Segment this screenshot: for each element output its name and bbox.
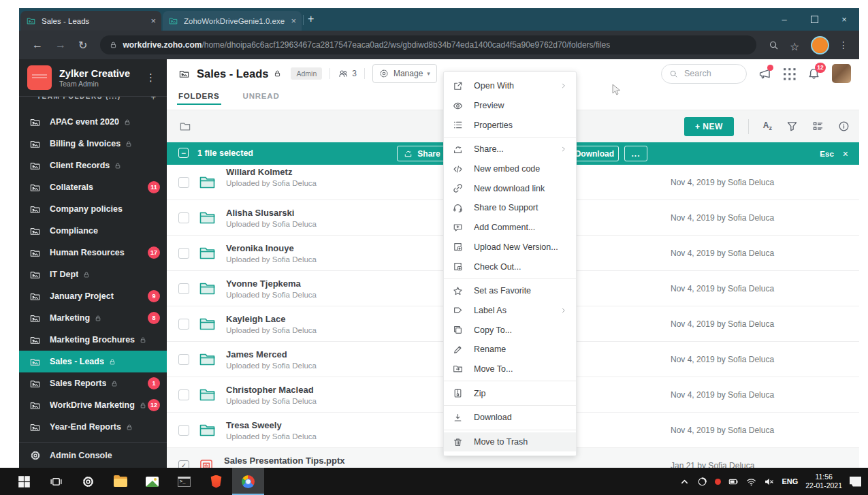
sidebar-folder-item[interactable]: Client Records (19, 155, 167, 176)
file-name[interactable]: Tresa Sweely (226, 420, 317, 430)
notifications-bell-icon[interactable]: 12 (807, 67, 820, 80)
file-name[interactable]: James Merced (226, 349, 317, 360)
list-view-icon[interactable] (812, 121, 824, 132)
browser-menu-icon[interactable]: ⋮ (839, 39, 848, 50)
file-name[interactable]: Christopher Maclead (226, 385, 317, 395)
row-checkbox[interactable] (178, 319, 189, 330)
context-menu-item[interactable]: Set as Favorite (444, 281, 576, 301)
wifi-icon[interactable] (746, 477, 756, 487)
file-name[interactable]: Alisha Slusarski (226, 208, 317, 218)
browser-tab-sales-leads[interactable]: Sales - Leads × (20, 11, 161, 31)
chrome-browser-button[interactable] (232, 468, 264, 495)
recording-dot-icon[interactable] (715, 479, 721, 485)
terminal-button[interactable]: >_ (168, 468, 200, 495)
apps-grid-icon[interactable] (783, 67, 796, 80)
language-indicator[interactable]: ENG (782, 477, 798, 485)
row-checkbox[interactable] (178, 425, 189, 436)
context-menu-item[interactable]: Preview (444, 96, 576, 116)
context-menu-item[interactable]: Move to Trash (444, 432, 576, 452)
row-checkbox[interactable] (178, 212, 189, 223)
file-explorer-button[interactable] (104, 468, 136, 495)
row-checkbox[interactable] (178, 389, 189, 400)
info-icon[interactable] (838, 121, 850, 132)
team-menu-icon[interactable]: ⋮ (143, 71, 159, 84)
close-button[interactable]: × (829, 8, 859, 31)
action-center-icon[interactable] (850, 477, 861, 487)
user-avatar[interactable] (832, 64, 851, 83)
sidebar-folder-item[interactable]: Year-End Reports (19, 416, 167, 438)
sidebar-folder-item[interactable]: Sales - Leads (19, 351, 167, 372)
sidebar-folder-item[interactable]: Marketing 8 (19, 307, 167, 329)
task-view-button[interactable] (40, 468, 72, 495)
sidebar-folder-item[interactable]: WorkDrive Marketing 12 (19, 394, 167, 416)
sort-az-icon[interactable]: Az (763, 121, 772, 131)
breadcrumb-folder-icon[interactable] (178, 121, 192, 132)
sidebar-item-admin-console[interactable]: Admin Console (19, 442, 167, 468)
row-checkbox[interactable] (178, 248, 189, 259)
context-menu-item[interactable]: Check Out... (444, 257, 576, 276)
close-selection-icon[interactable]: × (843, 148, 848, 159)
file-name[interactable]: Willard Kolmetz (226, 167, 317, 177)
sidebar-folder-item[interactable]: Compliance (19, 220, 167, 242)
settings-button[interactable] (72, 468, 104, 495)
context-menu-item[interactable]: Download (444, 408, 576, 428)
context-menu-item[interactable]: Share to Support (444, 198, 576, 218)
more-actions-button[interactable]: ... (624, 146, 647, 161)
browser-tab-genie[interactable]: ZohoWorkDriveGenie1.0.exe - Zo × (163, 11, 302, 31)
sidebar-folder-item[interactable]: Marketing Brochures (19, 329, 167, 351)
restore-button[interactable] (799, 8, 829, 31)
back-icon[interactable]: ← (32, 39, 43, 51)
reload-icon[interactable]: ↻ (78, 39, 87, 52)
context-menu-item[interactable]: Move To... (444, 360, 576, 379)
row-checkbox[interactable] (178, 354, 189, 365)
context-menu-item[interactable]: Zip (444, 383, 576, 403)
volume-muted-icon[interactable] (764, 477, 774, 487)
bookmark-star-icon[interactable]: ☆ (790, 40, 800, 50)
image-editor-button[interactable] (136, 468, 168, 495)
context-menu-item[interactable]: Properties (444, 115, 576, 135)
sidebar-folder-item[interactable]: IT Dept (19, 264, 167, 285)
file-name[interactable]: Kayleigh Lace (226, 314, 317, 324)
battery-icon[interactable] (728, 477, 739, 487)
share-button[interactable]: Share (397, 146, 447, 161)
tray-chevron-icon[interactable] (679, 477, 690, 487)
context-menu-item[interactable]: Open With (444, 76, 576, 96)
context-menu-item[interactable]: New embed code (444, 159, 576, 179)
file-name[interactable]: Yvonne Tjepkema (226, 278, 317, 289)
tab-folders[interactable]: FOLDERS (178, 88, 220, 100)
search-box[interactable] (661, 64, 747, 84)
sidebar-folder-item[interactable]: Sales Reports 1 (19, 372, 167, 394)
context-menu-item[interactable]: Add Comment... (444, 218, 576, 238)
tab-unread[interactable]: UNREAD (243, 88, 280, 100)
members-icon[interactable] (338, 69, 349, 78)
tab-close-icon[interactable]: × (150, 16, 156, 26)
filter-funnel-icon[interactable] (786, 121, 798, 132)
address-bar[interactable]: workdrive.zoho.com/home/dhoipa6c6acf1296… (100, 35, 756, 54)
sidebar-folder-item[interactable]: Billing & Invoices (19, 133, 167, 155)
new-tab-button[interactable]: + (308, 14, 314, 25)
forward-icon[interactable]: → (55, 39, 66, 51)
context-menu-item[interactable]: Label As (444, 301, 576, 321)
sidebar-folder-item[interactable]: Human Resources 17 (19, 242, 167, 264)
row-checkbox[interactable] (178, 177, 189, 188)
browser-profile-avatar[interactable] (811, 36, 829, 54)
sidebar-folder-item[interactable]: APAC event 2020 (19, 111, 167, 133)
members-count[interactable]: 3 (352, 69, 357, 78)
context-menu-item[interactable]: Upload New Version... (444, 238, 576, 257)
manage-button[interactable]: Manage ▾ (372, 64, 437, 83)
file-name[interactable]: Veronika Inouye (226, 243, 317, 253)
team-header[interactable]: Zylker Creative Team Admin ⋮ (19, 59, 167, 96)
add-folder-icon[interactable]: + (150, 96, 156, 102)
zoom-icon[interactable] (769, 40, 779, 50)
context-menu-item[interactable]: Copy To... (444, 320, 576, 340)
context-menu-item[interactable]: Rename (444, 340, 576, 360)
sidebar-folder-item[interactable]: January Project 9 (19, 285, 167, 307)
sidebar-folder-item[interactable]: Company policies (19, 198, 167, 220)
select-all-checkbox[interactable]: − (178, 148, 189, 158)
minimize-button[interactable]: – (769, 8, 799, 31)
clock[interactable]: 11:56 22-01-2021 (805, 473, 842, 490)
search-input[interactable] (683, 68, 740, 79)
row-checkbox[interactable]: ✓ (178, 460, 189, 468)
new-button[interactable]: + NEW (684, 117, 734, 136)
context-menu-item[interactable]: New download link (444, 178, 576, 198)
